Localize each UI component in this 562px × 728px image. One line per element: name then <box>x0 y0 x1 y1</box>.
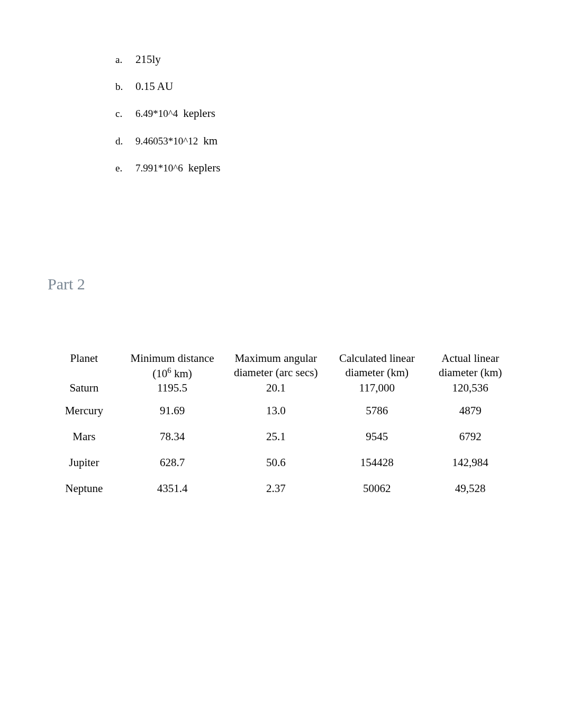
cell-planet: Jupiter <box>48 450 121 476</box>
cell-min: 1195.5 <box>121 381 224 398</box>
col-header-max-angular: Maximum angular diameter (arc secs) <box>224 351 328 381</box>
section-heading: Part 2 <box>48 275 514 293</box>
table-row: Jupiter 628.7 50.6 154428 142,984 <box>48 450 514 476</box>
header-text: Calculated linear <box>339 352 415 365</box>
header-text: Planet <box>70 352 98 365</box>
cell-calc: 5786 <box>328 398 426 424</box>
cell-min: 4351.4 <box>121 476 224 502</box>
table-row: Neptune 4351.4 2.37 50062 49,528 <box>48 476 514 502</box>
answer-item-d: d. 9.46053*10^12 km <box>115 134 514 148</box>
cell-planet: Neptune <box>48 476 121 502</box>
cell-calc: 50062 <box>328 476 426 502</box>
list-marker: d. <box>115 135 135 148</box>
cell-act: 49,528 <box>426 476 514 502</box>
answer-value: 0.15 AU <box>135 80 173 93</box>
col-header-actual: Actual linear diameter (km) <box>426 351 514 381</box>
cell-act: 4879 <box>426 398 514 424</box>
cell-min: 628.7 <box>121 450 224 476</box>
cell-planet: Mercury <box>48 398 121 424</box>
header-text: km) <box>171 367 192 380</box>
cell-act: 142,984 <box>426 450 514 476</box>
cell-calc: 9545 <box>328 424 426 450</box>
cell-act: 120,536 <box>426 381 514 398</box>
col-header-min-distance: Minimum distance (106 km) <box>121 351 224 381</box>
cell-max: 50.6 <box>224 450 328 476</box>
header-text: Actual linear <box>441 352 499 365</box>
header-text: diameter (arc secs) <box>234 366 318 379</box>
cell-max: 20.1 <box>224 381 328 398</box>
cell-calc: 154428 <box>328 450 426 476</box>
table-row: Mercury 91.69 13.0 5786 4879 <box>48 398 514 424</box>
answer-number: 9.46053*10^12 <box>135 135 198 148</box>
answer-item-b: b. 0.15 AU <box>115 80 514 93</box>
table-header-row: Planet Minimum distance (106 km) Maximum… <box>48 351 514 381</box>
list-marker: c. <box>115 108 135 120</box>
cell-max: 13.0 <box>224 398 328 424</box>
header-text: (10 <box>152 367 167 380</box>
answer-unit: km <box>203 134 217 148</box>
list-marker: a. <box>115 54 135 66</box>
page: a. 215ly b. 0.15 AU c. 6.49*10^4 keplers… <box>0 0 562 728</box>
header-text: diameter (km) <box>346 366 409 379</box>
answer-unit: keplers <box>183 107 215 120</box>
cell-planet: Saturn <box>48 381 121 398</box>
col-header-planet: Planet <box>48 351 121 381</box>
answer-item-c: c. 6.49*10^4 keplers <box>115 107 514 120</box>
col-header-calculated: Calculated linear diameter (km) <box>328 351 426 381</box>
list-marker: e. <box>115 162 135 175</box>
answer-list: a. 215ly b. 0.15 AU c. 6.49*10^4 keplers… <box>115 53 514 175</box>
answer-number: 7.991*10^6 <box>135 162 183 175</box>
cell-planet: Mars <box>48 424 121 450</box>
cell-act: 6792 <box>426 424 514 450</box>
header-text: Minimum distance <box>130 352 214 365</box>
answer-value: 215ly <box>135 53 161 66</box>
header-sup: 6 <box>167 366 171 375</box>
header-text: diameter (km) <box>439 366 502 379</box>
answer-unit: keplers <box>188 161 221 175</box>
answer-number: 6.49*10^4 <box>135 108 178 120</box>
cell-max: 2.37 <box>224 476 328 502</box>
answer-item-e: e. 7.991*10^6 keplers <box>115 161 514 175</box>
cell-min: 78.34 <box>121 424 224 450</box>
cell-min: 91.69 <box>121 398 224 424</box>
answer-item-a: a. 215ly <box>115 53 514 66</box>
cell-calc: 117,000 <box>328 381 426 398</box>
cell-max: 25.1 <box>224 424 328 450</box>
table-row: Mars 78.34 25.1 9545 6792 <box>48 424 514 450</box>
header-text: Maximum angular <box>234 352 317 365</box>
list-marker: b. <box>115 81 135 93</box>
table-row: Saturn 1195.5 20.1 117,000 120,536 <box>48 381 514 398</box>
planet-table: Planet Minimum distance (106 km) Maximum… <box>48 351 514 502</box>
